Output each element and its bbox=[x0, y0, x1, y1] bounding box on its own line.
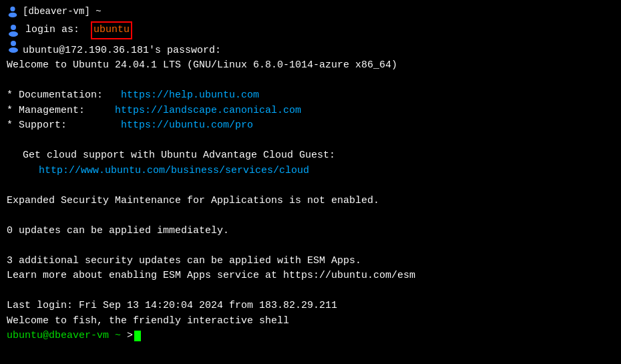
esm-text: Expanded Security Maintenance for Applic… bbox=[7, 194, 379, 209]
prompt-path: ~ bbox=[115, 329, 121, 344]
svg-point-3 bbox=[9, 31, 18, 37]
mgmt-label: * Management: bbox=[7, 104, 85, 119]
last-login-text: Last login: Fri Sep 13 14:20:04 2024 fro… bbox=[7, 299, 337, 314]
prompt-space2 bbox=[121, 329, 127, 344]
security-line1: 3 additional security updates can be app… bbox=[7, 254, 614, 269]
mgmt-url: https://landscape.canonical.com bbox=[115, 104, 301, 119]
login-username: ubuntu bbox=[91, 21, 132, 39]
svg-point-5 bbox=[9, 47, 18, 53]
password-text: ubuntu@172.190.36.181's password: bbox=[23, 43, 221, 59]
prompt-symbol: > bbox=[127, 329, 133, 344]
security-text2: Learn more about enabling ESM Apps servi… bbox=[7, 268, 415, 284]
fish-welcome-text: Welcome to fish, the friendly interactiv… bbox=[7, 314, 289, 329]
welcome-text: Welcome to Ubuntu 24.04.1 LTS (GNU/Linux… bbox=[7, 58, 397, 73]
blank-3 bbox=[7, 178, 614, 194]
cloud-line1: Get cloud support with Ubuntu Advantage … bbox=[7, 148, 614, 164]
prompt-line[interactable]: ubuntu @ dbeaver-vm ~ > bbox=[7, 329, 614, 344]
person-icon bbox=[7, 23, 20, 37]
last-login-line: Last login: Fri Sep 13 14:20:04 2024 fro… bbox=[7, 299, 614, 314]
terminal-content: login as: ubuntu ubuntu@172.190.36.181's… bbox=[7, 21, 614, 344]
password-line: ubuntu@172.190.36.181's password: bbox=[7, 39, 614, 59]
welcome-line: Welcome to Ubuntu 24.04.1 LTS (GNU/Linux… bbox=[7, 58, 614, 73]
svg-point-0 bbox=[10, 7, 15, 11]
prompt-space bbox=[109, 329, 115, 344]
terminal-icon bbox=[7, 5, 19, 17]
blank-2 bbox=[7, 134, 614, 149]
cursor-block bbox=[134, 331, 141, 341]
prompt-user: ubuntu bbox=[7, 329, 43, 344]
support-line: * Support: https://ubuntu.com/pro bbox=[7, 118, 614, 134]
blank-5 bbox=[7, 238, 614, 254]
support-label: * Support: bbox=[7, 118, 67, 134]
person-icon-2 bbox=[7, 39, 20, 53]
doc-url: https://help.ubuntu.com bbox=[121, 88, 259, 104]
security-line2: Learn more about enabling ESM Apps servi… bbox=[7, 268, 614, 284]
cloud-text1: Get cloud support with Ubuntu Advantage … bbox=[23, 148, 335, 164]
doc-line: * Documentation: https://help.ubuntu.com bbox=[7, 88, 614, 104]
security-text1: 3 additional security updates can be app… bbox=[7, 254, 361, 269]
blank-6 bbox=[7, 284, 614, 299]
svg-point-1 bbox=[9, 13, 17, 17]
updates-text: 0 updates can be applied immediately. bbox=[7, 224, 229, 239]
fish-welcome-line: Welcome to fish, the friendly interactiv… bbox=[7, 314, 614, 329]
prompt-at: @ bbox=[43, 329, 49, 344]
login-label: login as: bbox=[25, 23, 79, 38]
svg-point-2 bbox=[11, 25, 16, 30]
blank-1 bbox=[7, 73, 614, 89]
updates-line: 0 updates can be applied immediately. bbox=[7, 224, 614, 239]
support-url: https://ubuntu.com/pro bbox=[121, 118, 253, 134]
prompt-hostname: dbeaver-vm bbox=[49, 329, 109, 344]
terminal-window: [dbeaver-vm] ~ login as: ubuntu ubuntu@1… bbox=[0, 0, 621, 364]
cloud-url: http://www.ubuntu.com/business/services/… bbox=[39, 164, 309, 179]
blank-4 bbox=[7, 208, 614, 224]
cloud-line2: http://www.ubuntu.com/business/services/… bbox=[7, 164, 614, 179]
title-bar: [dbeaver-vm] ~ bbox=[7, 5, 614, 17]
doc-label: * Documentation: bbox=[7, 88, 103, 104]
svg-point-4 bbox=[11, 41, 16, 46]
mgmt-line: * Management: https://landscape.canonica… bbox=[7, 104, 614, 119]
login-line: login as: ubuntu bbox=[7, 21, 614, 39]
esm-line: Expanded Security Maintenance for Applic… bbox=[7, 194, 614, 209]
title-text: [dbeaver-vm] ~ bbox=[23, 6, 101, 17]
